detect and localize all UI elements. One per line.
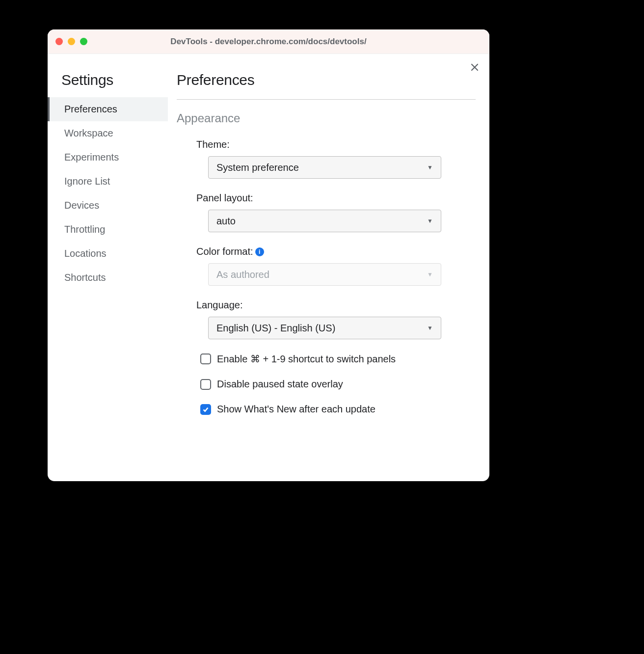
sidebar-item-throttling[interactable]: Throttling [48,218,168,242]
sidebar-item-devices[interactable]: Devices [48,193,168,218]
theme-select-value: System preference [216,162,299,173]
color-format-label: Color format: i [196,246,476,257]
checkbox-label: Show What's New after each update [217,404,376,415]
chevron-down-icon: ▼ [427,325,433,331]
theme-select[interactable]: System preference ▼ [208,156,441,179]
checkbox-row: Enable ⌘ + 1-9 shortcut to switch panels [177,353,476,365]
checkbox-row: Show What's New after each update [177,404,476,415]
window-title: DevTools - developer.chrome.com/docs/dev… [170,37,366,47]
settings-body: Settings PreferencesWorkspaceExperiments… [48,54,489,481]
checkbox[interactable] [200,404,211,415]
checkbox-label: Disable paused state overlay [217,379,343,390]
panel-layout-select[interactable]: auto ▼ [208,210,441,232]
chevron-down-icon: ▼ [427,164,433,171]
check-icon [202,406,209,413]
traffic-lights [55,38,87,45]
chevron-down-icon: ▼ [427,218,433,224]
checkbox[interactable] [200,379,211,390]
sidebar-item-preferences[interactable]: Preferences [48,97,168,121]
color-format-select-value: As authored [216,269,269,280]
language-label: Language: [196,300,476,311]
titlebar: DevTools - developer.chrome.com/docs/dev… [48,29,489,54]
section-appearance: Appearance [177,111,476,125]
page-title: Preferences [177,72,476,100]
checkbox[interactable] [200,354,211,364]
devtools-settings-window: DevTools - developer.chrome.com/docs/dev… [48,29,489,481]
sidebar-item-experiments[interactable]: Experiments [48,145,168,169]
field-color-format: Color format: i As authored ▼ [177,246,476,286]
main-panel: Preferences Appearance Theme: System pre… [168,54,489,481]
sidebar-item-workspace[interactable]: Workspace [48,121,168,145]
sidebar: Settings PreferencesWorkspaceExperiments… [48,54,168,481]
theme-label: Theme: [196,139,476,150]
sidebar-heading: Settings [48,72,168,97]
field-theme: Theme: System preference ▼ [177,139,476,179]
info-icon[interactable]: i [255,247,264,256]
panel-layout-label: Panel layout: [196,192,476,204]
checkbox-label: Enable ⌘ + 1-9 shortcut to switch panels [217,353,396,365]
close-settings-button[interactable] [471,63,479,73]
checkbox-row: Disable paused state overlay [177,379,476,390]
window-zoom-icon[interactable] [80,38,87,45]
sidebar-item-ignore-list[interactable]: Ignore List [48,169,168,193]
color-format-select: As authored ▼ [208,263,441,286]
window-minimize-icon[interactable] [68,38,75,45]
sidebar-item-locations[interactable]: Locations [48,242,168,266]
close-icon [471,63,479,71]
language-select-value: English (US) - English (US) [216,323,335,334]
panel-layout-select-value: auto [216,216,236,227]
sidebar-item-shortcuts[interactable]: Shortcuts [48,266,168,290]
field-language: Language: English (US) - English (US) ▼ [177,300,476,339]
language-select[interactable]: English (US) - English (US) ▼ [208,317,441,339]
chevron-down-icon: ▼ [427,271,433,278]
window-close-icon[interactable] [55,38,63,45]
field-panel-layout: Panel layout: auto ▼ [177,192,476,232]
